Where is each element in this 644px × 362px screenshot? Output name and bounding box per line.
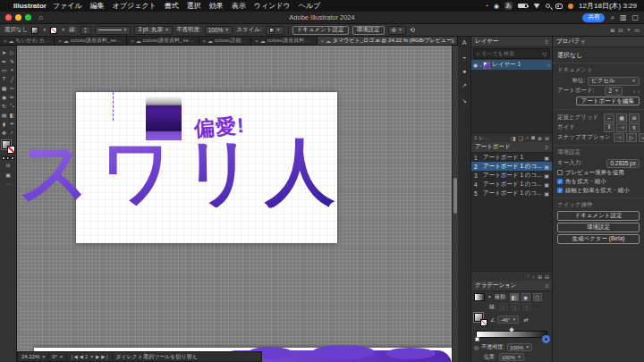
- none-mode-icon[interactable]: [11, 156, 14, 160]
- tool-icon[interactable]: ╱: [8, 74, 16, 83]
- collapsed-panel-icon[interactable]: ↗: [462, 82, 467, 89]
- fill-color-swatch[interactable]: [31, 27, 38, 34]
- tool-icon[interactable]: ⌕: [8, 128, 16, 137]
- rotation-dropdown[interactable]: 0°▼: [52, 354, 64, 359]
- close-tab-icon[interactable]: ×: [58, 38, 62, 44]
- first-artboard-icon[interactable]: ❘◀: [70, 354, 78, 359]
- close-tab-icon[interactable]: ×: [131, 38, 134, 44]
- gradient-stop-end-selected[interactable]: [544, 337, 548, 341]
- tool-icon[interactable]: ✂: [8, 83, 16, 92]
- menu-item[interactable]: 編集: [90, 1, 105, 11]
- panel-menu-icon[interactable]: ≡: [545, 39, 548, 45]
- opacity-dropdown[interactable]: 100%▼: [205, 26, 233, 35]
- filter-icon[interactable]: ▽: [542, 51, 547, 57]
- artboards-footer-icon[interactable]: ↑: [527, 274, 530, 280]
- menu-item[interactable]: ウィンドウ: [254, 1, 291, 11]
- document-setup-button[interactable]: ドキュメント設定: [292, 26, 349, 35]
- snap-option-icon[interactable]: ⇥: [639, 133, 644, 142]
- stroke-swatch[interactable]: [7, 146, 15, 154]
- preferences-button[interactable]: 環境設定: [352, 26, 385, 35]
- artboards-footer-icon[interactable]: ↓: [532, 274, 535, 280]
- display-icon[interactable]: ◔: [485, 3, 488, 9]
- panel-collapse-icon[interactable]: ⊡: [618, 27, 623, 33]
- layer-row[interactable]: ◉ › レイヤー 1 ○: [471, 60, 552, 70]
- menu-item[interactable]: 表示: [232, 1, 246, 11]
- bar-options-icon[interactable]: ▼: [626, 28, 631, 32]
- workspace-switcher-icon[interactable]: ▢: [631, 13, 639, 21]
- freeform-gradient-icon[interactable]: ⬡: [533, 293, 542, 301]
- artboard-icon[interactable]: ▣: [544, 173, 549, 179]
- artboard-row[interactable]: 4 アートボード 1 のコ... ▣: [471, 180, 552, 189]
- artboard-row[interactable]: 3 アートボード 1 のコ... ▣: [471, 171, 552, 180]
- width-profile-dropdown[interactable]: ▼: [95, 26, 131, 35]
- search-icon[interactable]: ⌕: [610, 13, 614, 22]
- visibility-eye-icon[interactable]: ◉: [473, 62, 478, 68]
- panel-menu-icon[interactable]: ≡: [545, 145, 548, 150]
- rulers-grid-icon[interactable]: ⊞: [629, 114, 640, 122]
- stop-location-dropdown[interactable]: 100%▼: [499, 353, 524, 361]
- vertical-scrollbar[interactable]: [452, 46, 458, 362]
- tool-icon[interactable]: ✏: [8, 92, 16, 101]
- artboard-icon[interactable]: ▣: [544, 164, 549, 170]
- edit-toolbar-icon[interactable]: ⋯: [5, 181, 11, 187]
- menu-bar-clock[interactable]: 12月18日(木) 3:29: [579, 1, 637, 11]
- record-icon[interactable]: ◉: [494, 3, 499, 10]
- grid-toggle-icon[interactable]: ⊞: [610, 27, 614, 33]
- share-button[interactable]: 共有: [582, 13, 605, 22]
- tool-icon[interactable]: T: [0, 74, 8, 83]
- menu-item[interactable]: ファイル: [53, 1, 82, 11]
- quick-action-button[interactable]: 生成ベクター (Beta): [557, 234, 640, 244]
- rulers-grid-icon[interactable]: ▦: [616, 114, 627, 122]
- document-tab[interactable]: × ☁ coloso講座資料_section7_v5.ai: [127, 37, 199, 45]
- tool-icon[interactable]: ⌯: [8, 119, 16, 128]
- brush-definition-dropdown[interactable]: 3 pt. 丸筆▼: [134, 26, 172, 35]
- screen-mode-tool-icon[interactable]: ▣: [5, 172, 11, 178]
- scale-strokes-checkbox[interactable]: [557, 188, 563, 193]
- artboard-nav-dropdown[interactable]: 2▼: [85, 354, 94, 359]
- tool-icon[interactable]: ✥: [0, 128, 8, 137]
- artboard-name[interactable]: アートボード 1 のコ...: [483, 181, 542, 189]
- artboard-row[interactable]: 5 アートボード 1 のコ... ▣: [471, 189, 552, 198]
- artboard-name[interactable]: アートボード 1 のコ...: [483, 189, 542, 198]
- artboard-row[interactable]: 2 アートボード 1 のコ... ▣: [471, 162, 552, 171]
- gradient-stop-start[interactable]: [475, 337, 479, 341]
- panel-menu-icon[interactable]: ≡: [545, 283, 548, 289]
- layers-footer-icon[interactable]: ◙: [531, 135, 535, 141]
- tool-icon[interactable]: ⌖: [8, 65, 16, 74]
- layers-search-input[interactable]: [481, 51, 540, 56]
- screen-mode-icon[interactable]: ▭: [634, 27, 640, 33]
- quick-action-button[interactable]: ドキュメント設定: [557, 211, 640, 221]
- layers-footer-icon[interactable]: ⊕: [538, 135, 542, 141]
- artboard-name[interactable]: アートボード 1: [483, 154, 542, 162]
- stop-opacity-dropdown[interactable]: 100%▼: [507, 343, 532, 351]
- units-dropdown[interactable]: ピクセル▼: [588, 77, 640, 86]
- layers-footer-icon[interactable]: ◨: [511, 135, 516, 141]
- draw-mode-icon[interactable]: ⧉: [6, 163, 10, 169]
- rulers-grid-icon[interactable]: ⌐: [604, 114, 614, 122]
- tool-icon[interactable]: ▤: [0, 110, 8, 119]
- expand-chevron-icon[interactable]: ›: [479, 63, 481, 68]
- artboard-name[interactable]: アートボード 1 のコ...: [483, 172, 542, 180]
- app-menu[interactable]: Illustrator: [13, 2, 47, 10]
- menu-item[interactable]: オブジェクト: [113, 1, 157, 11]
- eyedropper-icon[interactable]: ◎: [474, 344, 479, 350]
- stroke-dropdown-icon[interactable]: ▼: [61, 28, 65, 32]
- gradient-mode-icon[interactable]: [6, 156, 10, 160]
- collapsed-panel-icon[interactable]: ↘: [462, 97, 467, 105]
- next-artboard-arrow-icon[interactable]: ›: [638, 88, 640, 94]
- wifi-icon[interactable]: [533, 4, 540, 9]
- key-input-field[interactable]: 0.2835 px: [606, 159, 640, 168]
- artboard-name[interactable]: アートボード 1 のコ...: [483, 163, 542, 171]
- tool-icon[interactable]: ▦: [0, 83, 8, 92]
- preview-bounds-checkbox[interactable]: [557, 170, 563, 175]
- guides-icon[interactable]: ⊣: [616, 123, 627, 132]
- zoom-window-button[interactable]: [25, 14, 31, 21]
- stroke-weight-field[interactable]: ▲▼: [80, 26, 91, 35]
- gradient-angle-dropdown[interactable]: -46°▼: [497, 316, 519, 324]
- menu-item[interactable]: 書式: [165, 1, 179, 11]
- fill-dropdown-icon[interactable]: ▼: [42, 28, 47, 32]
- creative-cloud-icon[interactable]: [568, 4, 573, 9]
- layer-name[interactable]: レイヤー 1: [492, 61, 521, 69]
- linear-gradient-icon[interactable]: ◧: [510, 293, 519, 301]
- document-tab[interactable]: × ☁ ちいかわ カードv2.ai: [0, 37, 55, 45]
